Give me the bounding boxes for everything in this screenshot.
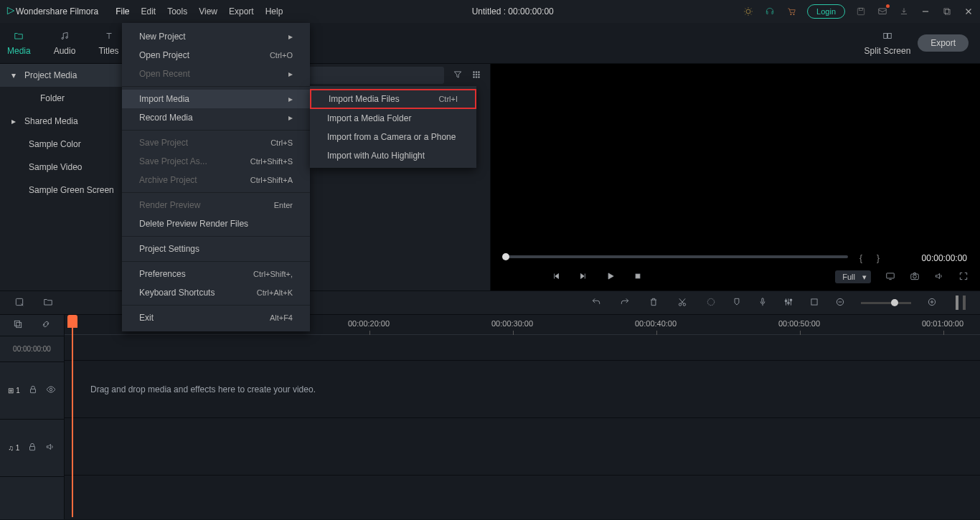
menu-file[interactable]: File xyxy=(116,6,129,16)
maximize-icon[interactable] xyxy=(941,6,953,17)
prev-frame-icon[interactable] xyxy=(551,271,561,283)
filter-icon[interactable] xyxy=(453,70,463,82)
audio-mixer-icon[interactable] xyxy=(783,297,793,309)
fullscreen-icon[interactable] xyxy=(958,271,969,283)
menu-keyboard-shortcuts[interactable]: Keyboard ShortcutsCtrl+Alt+K xyxy=(122,283,310,302)
lock-icon[interactable] xyxy=(27,442,37,454)
svg-point-15 xyxy=(473,74,475,75)
menu-new-project[interactable]: New Project▸ xyxy=(122,27,310,46)
svg-point-16 xyxy=(476,74,477,75)
cut-icon[interactable] xyxy=(677,297,687,309)
menu-edit[interactable]: Edit xyxy=(141,6,156,16)
menu-delete-render[interactable]: Delete Preview Render Files xyxy=(122,214,310,233)
playhead[interactable] xyxy=(67,315,77,328)
tab-titles[interactable]: Titles xyxy=(98,31,118,56)
track-label: ♫ 1 xyxy=(9,444,20,452)
support-icon[interactable] xyxy=(764,6,776,17)
menu-view[interactable]: View xyxy=(199,6,217,16)
svg-point-20 xyxy=(479,76,480,77)
grid-view-icon[interactable] xyxy=(471,70,481,82)
menu-record-media[interactable]: Record Media▸ xyxy=(122,108,310,127)
menu-save-project[interactable]: Save ProjectCtrl+S xyxy=(122,133,310,152)
snapshot-icon[interactable] xyxy=(910,271,920,283)
speaker-icon[interactable] xyxy=(45,442,55,454)
redo-icon[interactable] xyxy=(620,297,630,309)
svg-point-9 xyxy=(66,37,67,38)
menu-save-as[interactable]: Save Project As...Ctrl+Shift+S xyxy=(122,152,310,171)
undo-icon[interactable] xyxy=(591,297,601,309)
menu-archive[interactable]: Archive ProjectCtrl+Shift+A xyxy=(122,171,310,189)
svg-point-28 xyxy=(707,298,714,305)
menu-render-preview[interactable]: Render PreviewEnter xyxy=(122,196,310,214)
render-icon[interactable] xyxy=(706,297,716,309)
chevron-right-icon: ▸ xyxy=(288,32,293,42)
chevron-right-icon: ▸ xyxy=(288,113,293,123)
preview-scrubber[interactable] xyxy=(504,255,848,258)
quality-select[interactable]: Full▾ xyxy=(835,270,871,283)
next-frame-icon[interactable] xyxy=(578,271,588,283)
svg-rect-6 xyxy=(944,9,948,13)
stop-icon[interactable] xyxy=(633,271,643,283)
playhead-tc: 00:00:00:00 xyxy=(13,345,51,353)
menu-open-recent[interactable]: Open Recent▸ xyxy=(122,65,310,83)
menu-preferences[interactable]: PreferencesCtrl+Shift+, xyxy=(122,265,310,283)
chevron-right-icon: ▸ xyxy=(288,94,293,104)
tab-media[interactable]: Media xyxy=(7,31,31,56)
menu-import-camera[interactable]: Import from a Camera or a Phone xyxy=(310,128,476,146)
menu-import-media[interactable]: Import Media▸ xyxy=(122,90,310,108)
crop-icon[interactable] xyxy=(809,297,819,309)
top-menu-bar: Wondershare Filmora File Edit Tools View… xyxy=(0,0,980,23)
track-link-icon[interactable] xyxy=(41,319,51,331)
zoom-out-icon[interactable] xyxy=(835,297,845,309)
login-button[interactable]: Login xyxy=(807,4,845,19)
tab-label: Split Screen xyxy=(864,46,911,56)
chevron-right-icon: ▸ xyxy=(11,116,19,126)
menu-open-project[interactable]: Open ProjectCtrl+O xyxy=(122,46,310,65)
lock-icon[interactable] xyxy=(28,384,38,397)
cart-icon[interactable] xyxy=(786,6,797,17)
download-icon[interactable] xyxy=(898,6,910,17)
chevron-down-icon: ▾ xyxy=(11,70,19,80)
tips-icon[interactable] xyxy=(743,6,754,17)
voiceover-icon[interactable] xyxy=(758,297,768,309)
menu-import-media-folder[interactable]: Import a Media Folder xyxy=(310,109,476,128)
eye-icon[interactable] xyxy=(46,384,56,397)
export-button[interactable]: Export xyxy=(918,34,969,52)
track-add-icon[interactable] xyxy=(13,319,23,331)
svg-point-8 xyxy=(62,37,63,39)
menu-import-auto-highlight[interactable]: Import with Auto Highlight xyxy=(310,146,476,165)
svg-rect-36 xyxy=(15,321,20,326)
marker-icon[interactable] xyxy=(732,297,742,309)
timeline-drop-hint: Drag and drop media and effects here to … xyxy=(90,384,316,394)
volume-icon[interactable] xyxy=(934,271,944,283)
video-track-1[interactable]: Drag and drop media and effects here to … xyxy=(65,361,980,418)
minimize-icon[interactable] xyxy=(920,6,931,17)
add-to-timeline-icon[interactable] xyxy=(14,297,24,309)
menu-export[interactable]: Export xyxy=(229,6,254,16)
timeline: 00:00:00:00 ⊞ 1 ♫ 1 00:00:20:00 00:00:30… xyxy=(0,315,980,519)
tab-label: Audio xyxy=(54,46,76,56)
menu-exit[interactable]: ExitAlt+F4 xyxy=(122,308,310,327)
delete-icon[interactable] xyxy=(649,297,659,309)
svg-point-14 xyxy=(479,71,480,72)
file-menu-dropdown: New Project▸ Open ProjectCtrl+O Open Rec… xyxy=(122,23,310,331)
menu-project-settings[interactable]: Project Settings xyxy=(122,240,310,258)
menu-tools[interactable]: Tools xyxy=(167,6,187,16)
track-height-toggle[interactable] xyxy=(953,296,966,310)
save-icon[interactable] xyxy=(855,6,867,17)
svg-point-12 xyxy=(473,71,475,72)
display-icon[interactable] xyxy=(885,271,895,283)
menu-help[interactable]: Help xyxy=(265,6,283,16)
audio-track-1[interactable] xyxy=(65,418,980,476)
tab-split-screen[interactable]: Split Screen xyxy=(864,31,911,56)
zoom-slider[interactable] xyxy=(861,302,911,304)
close-icon[interactable] xyxy=(963,6,974,17)
tab-audio[interactable]: Audio xyxy=(54,31,76,56)
new-folder-icon[interactable] xyxy=(43,297,53,309)
import-media-submenu: Import Media FilesCtrl+I Import a Media … xyxy=(310,86,476,168)
zoom-in-icon[interactable] xyxy=(927,297,937,309)
play-icon[interactable] xyxy=(606,271,616,283)
menu-import-media-files[interactable]: Import Media FilesCtrl+I xyxy=(310,89,476,109)
svg-rect-10 xyxy=(884,33,887,38)
message-icon[interactable] xyxy=(877,6,888,17)
